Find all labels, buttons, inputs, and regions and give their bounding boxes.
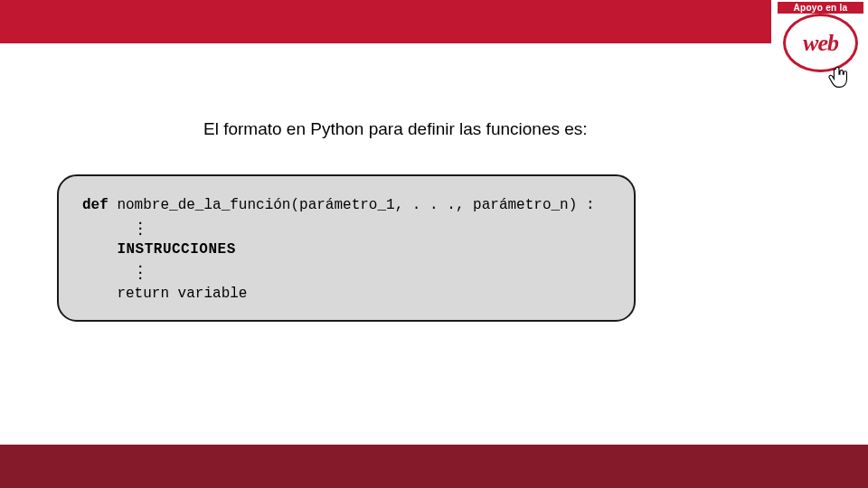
- vertical-ellipsis-icon: ...: [137, 261, 144, 278]
- code-line-def: def nombre_de_la_función(parámetro_1, . …: [82, 196, 610, 216]
- web-logo-text: web: [803, 30, 838, 57]
- footer-bar: [0, 445, 868, 488]
- cursor-hand-icon: [826, 64, 853, 91]
- page-title: El formato en Python para definir las fu…: [203, 119, 588, 139]
- code-line-return: return variable: [82, 285, 610, 305]
- code-block: def nombre_de_la_función(parámetro_1, . …: [57, 174, 636, 322]
- code-instrucciones: INSTRUCCIONES: [117, 241, 235, 258]
- web-logo: web: [783, 14, 858, 89]
- header-bar: [0, 0, 771, 43]
- logo-top-text: Apoyo en la: [778, 2, 863, 14]
- keyword-return: return: [117, 286, 169, 302]
- function-signature: nombre_de_la_función(parámetro_1, . . .,…: [108, 197, 595, 213]
- code-line-instrucciones: INSTRUCCIONES: [82, 240, 610, 260]
- keyword-def: def: [82, 197, 108, 213]
- return-variable: variable: [169, 286, 247, 302]
- logo: Apoyo en la web: [778, 2, 863, 89]
- vertical-ellipsis-icon: ...: [137, 218, 144, 235]
